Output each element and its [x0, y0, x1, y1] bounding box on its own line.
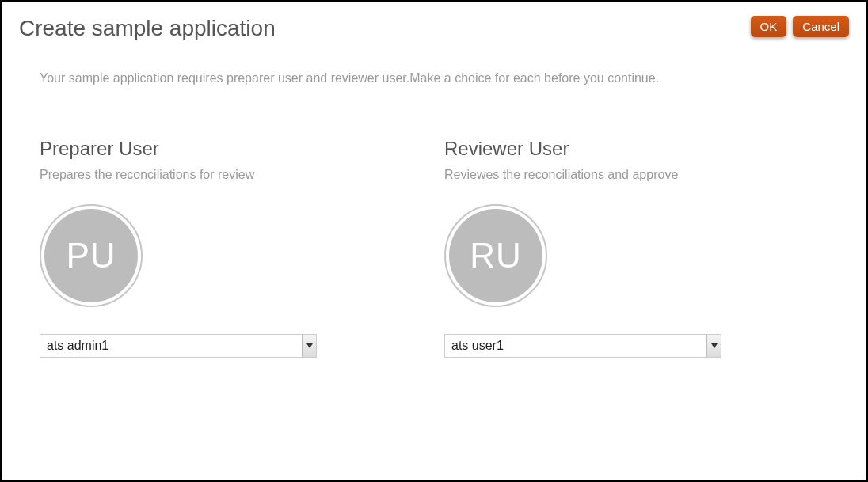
chevron-down-icon [706, 335, 721, 357]
chevron-down-icon [302, 335, 316, 357]
reviewer-user-select[interactable]: ats user1 [444, 334, 721, 358]
dialog-header: Create sample application OK Cancel [19, 16, 849, 41]
dialog-button-row: OK Cancel [751, 16, 849, 37]
reviewer-desc: Reviewes the reconciliations and approve [444, 168, 849, 182]
preparer-column: Preparer User Prepares the reconciliatio… [40, 138, 444, 358]
reviewer-user-selected: ats user1 [445, 339, 706, 353]
cancel-button[interactable]: Cancel [793, 16, 849, 37]
reviewer-avatar: RU [449, 209, 542, 302]
intro-text: Your sample application requires prepare… [40, 71, 849, 85]
user-columns: Preparer User Prepares the reconciliatio… [40, 138, 849, 358]
preparer-avatar: PU [44, 209, 138, 302]
reviewer-avatar-ring: RU [444, 204, 547, 307]
svg-marker-1 [711, 343, 718, 348]
preparer-desc: Prepares the reconciliations for review [40, 168, 444, 182]
preparer-title: Preparer User [40, 138, 444, 160]
dialog-title: Create sample application [19, 16, 276, 41]
reviewer-title: Reviewer User [444, 138, 849, 160]
svg-marker-0 [306, 343, 313, 348]
preparer-user-selected: ats admin1 [40, 339, 302, 353]
create-sample-application-dialog: Create sample application OK Cancel Your… [0, 0, 868, 482]
ok-button[interactable]: OK [751, 16, 787, 37]
reviewer-column: Reviewer User Reviewes the reconciliatio… [444, 138, 849, 358]
preparer-user-select[interactable]: ats admin1 [40, 334, 317, 358]
preparer-avatar-ring: PU [40, 204, 143, 307]
